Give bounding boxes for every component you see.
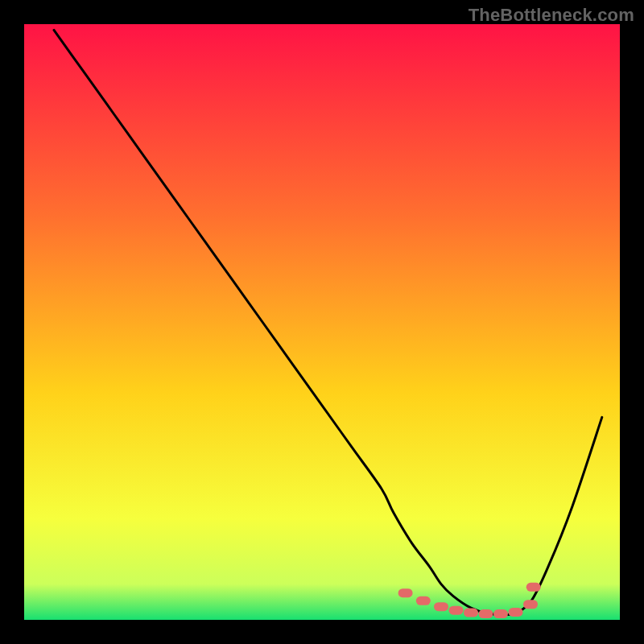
optimal-marker xyxy=(449,606,464,615)
optimal-marker xyxy=(493,609,508,618)
optimal-marker xyxy=(509,608,523,617)
watermark-text: TheBottleneck.com xyxy=(469,5,634,26)
chart-stage: TheBottleneck.com xyxy=(0,0,644,644)
optimal-marker xyxy=(526,583,541,592)
optimal-marker xyxy=(464,609,478,617)
optimal-marker xyxy=(479,609,493,618)
optimal-marker xyxy=(416,597,431,605)
optimal-marker xyxy=(398,588,413,597)
optimal-marker xyxy=(434,602,448,611)
optimal-marker xyxy=(523,600,538,609)
bottleneck-chart xyxy=(0,0,644,644)
